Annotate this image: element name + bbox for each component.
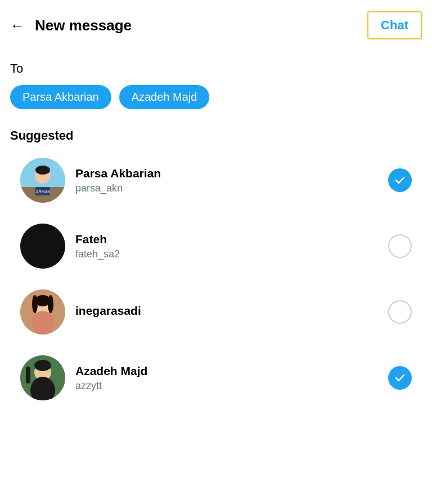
- user-row[interactable]: Azadeh Majd azzytt: [10, 345, 422, 411]
- user-info-parsa: Parsa Akbarian parsa_akn: [75, 167, 388, 194]
- avatar-fateh: [20, 224, 65, 269]
- user-info-inegarasadi: inegarasadi: [75, 304, 388, 320]
- avatar-inegarasadi: [20, 289, 65, 334]
- header-left: ← New message: [10, 17, 132, 34]
- user-name-inegarasadi: inegarasadi: [75, 304, 388, 318]
- user-row[interactable]: inegarasadi: [10, 279, 422, 345]
- svg-point-6: [20, 224, 65, 269]
- header: ← New message Chat: [0, 0, 432, 51]
- user-info-fateh: Fateh fateh_sa2: [75, 233, 388, 260]
- to-label: To: [10, 61, 422, 76]
- user-list: ARMAN Parsa Akbarian parsa_akn Fateh: [10, 148, 422, 411]
- to-section: To Parsa Akbarian Azadeh Majd: [0, 51, 432, 109]
- user-name-azadeh: Azadeh Majd: [75, 364, 388, 378]
- user-info-azadeh: Azadeh Majd azzytt: [75, 364, 388, 392]
- chip-azadeh[interactable]: Azadeh Majd: [119, 85, 210, 109]
- chips-row: Parsa Akbarian Azadeh Majd: [10, 85, 422, 109]
- avatar-parsa: ARMAN: [20, 158, 65, 203]
- svg-rect-16: [26, 367, 30, 383]
- svg-point-12: [32, 311, 54, 334]
- svg-point-11: [48, 295, 53, 313]
- svg-point-3: [35, 166, 50, 175]
- check-unselected-fateh[interactable]: [388, 234, 412, 258]
- user-handle-parsa: parsa_akn: [75, 182, 388, 194]
- user-row[interactable]: Fateh fateh_sa2: [10, 213, 422, 279]
- avatar-azadeh: [20, 355, 65, 400]
- user-name-parsa: Parsa Akbarian: [75, 167, 388, 180]
- check-selected-azadeh[interactable]: [388, 366, 412, 390]
- page-title: New message: [35, 17, 132, 34]
- user-name-fateh: Fateh: [75, 233, 388, 246]
- suggested-section: Suggested ARMAN Parsa Akbarian parsa_akn: [0, 117, 432, 411]
- check-selected-parsa[interactable]: [388, 168, 412, 192]
- chat-button[interactable]: Chat: [367, 11, 422, 39]
- back-button[interactable]: ←: [10, 18, 25, 33]
- user-handle-azadeh: azzytt: [75, 380, 388, 392]
- svg-text:ARMAN: ARMAN: [36, 190, 50, 194]
- check-unselected-inegarasadi[interactable]: [388, 300, 412, 324]
- svg-point-10: [32, 295, 38, 313]
- user-handle-fateh: fateh_sa2: [75, 248, 388, 260]
- chip-parsa[interactable]: Parsa Akbarian: [10, 85, 111, 109]
- suggested-label: Suggested: [10, 128, 422, 143]
- svg-point-15: [34, 360, 51, 371]
- user-row[interactable]: ARMAN Parsa Akbarian parsa_akn: [10, 148, 422, 213]
